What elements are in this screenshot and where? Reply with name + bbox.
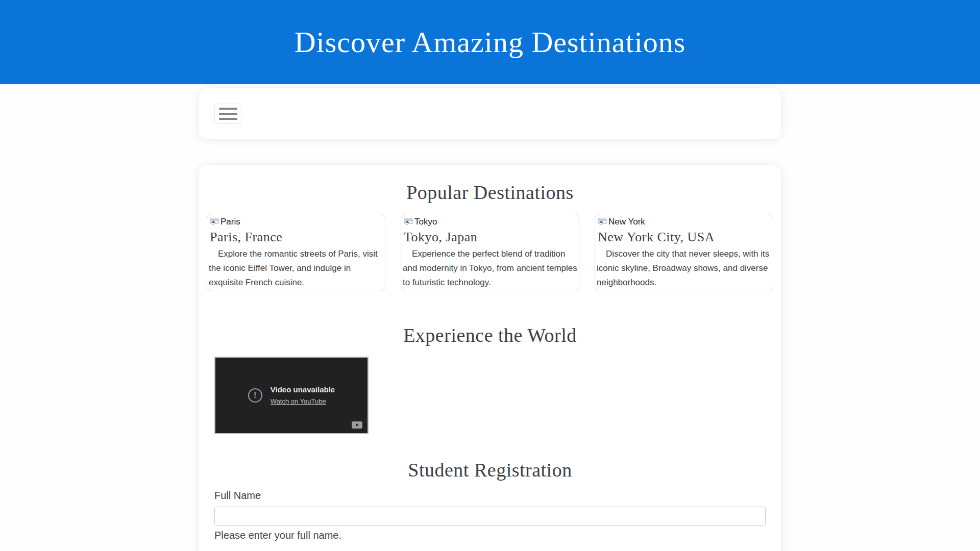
hamburger-icon bbox=[219, 108, 237, 110]
experience-heading: Experience the World bbox=[214, 324, 766, 346]
full-name-label: Full Name bbox=[214, 490, 766, 502]
image-alt-text: Tokyo bbox=[414, 217, 437, 227]
destination-title: New York City, USA bbox=[597, 230, 771, 245]
play-triangle-icon bbox=[356, 423, 359, 427]
broken-image-icon bbox=[210, 217, 219, 227]
broken-image-icon bbox=[598, 217, 607, 227]
broken-image-tokyo: Tokyo bbox=[403, 216, 577, 227]
destination-card-paris: Paris Paris, France Explore the romantic… bbox=[207, 214, 385, 291]
full-name-validation-message: Please enter your full name. bbox=[214, 529, 766, 541]
broken-image-paris: Paris bbox=[209, 216, 383, 227]
broken-image-newyork: New York bbox=[597, 216, 771, 227]
section-experience-video: Experience the World ! Video unavailable… bbox=[214, 324, 766, 434]
youtube-embed-unavailable: ! Video unavailable Watch on YouTube bbox=[214, 357, 369, 434]
navbar-card bbox=[199, 88, 781, 139]
registration-form: Full Name Please enter your full name. E… bbox=[214, 490, 766, 551]
hero-header: Discover Amazing Destinations bbox=[0, 0, 980, 84]
broken-image-icon bbox=[404, 217, 413, 227]
image-alt-text: New York bbox=[608, 217, 645, 227]
navbar-toggler-button[interactable] bbox=[214, 104, 241, 124]
main-content-card: Popular Destinations Paris Paris, France… bbox=[199, 165, 781, 551]
section-popular-destinations: Popular Destinations Paris Paris, France… bbox=[214, 181, 766, 291]
destination-title: Paris, France bbox=[209, 230, 383, 245]
video-unavailable-text: Video unavailable bbox=[271, 385, 335, 394]
destination-description: Experience the perfect blend of traditio… bbox=[403, 247, 577, 290]
section-student-registration: Student Registration Full Name Please en… bbox=[214, 459, 766, 551]
destination-description: Discover the city that never sleeps, wit… bbox=[597, 247, 771, 290]
destination-card-tokyo: Tokyo Tokyo, Japan Experience the perfec… bbox=[401, 214, 579, 291]
popular-destinations-heading: Popular Destinations bbox=[214, 181, 766, 204]
destination-cards-row: Paris Paris, France Explore the romantic… bbox=[207, 214, 773, 291]
registration-heading: Student Registration bbox=[214, 459, 766, 481]
video-error-text: Video unavailable Watch on YouTube bbox=[271, 385, 335, 406]
destination-card-newyork: New York New York City, USA Discover the… bbox=[595, 214, 773, 291]
full-name-input[interactable] bbox=[214, 507, 766, 526]
youtube-logo-icon[interactable] bbox=[352, 421, 362, 429]
destination-description: Explore the romantic streets of Paris, v… bbox=[209, 247, 383, 290]
watch-on-youtube-link[interactable]: Watch on YouTube bbox=[271, 397, 326, 405]
image-alt-text: Paris bbox=[220, 217, 240, 227]
error-exclamation-icon: ! bbox=[248, 388, 262, 403]
destination-title: Tokyo, Japan bbox=[403, 230, 577, 245]
page-title: Discover Amazing Destinations bbox=[295, 25, 686, 59]
